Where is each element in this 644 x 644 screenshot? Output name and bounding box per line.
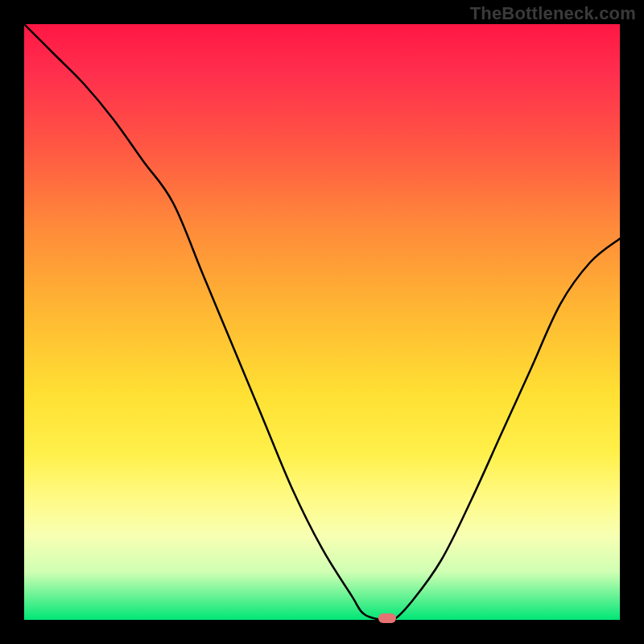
watermark-text: TheBottleneck.com: [470, 3, 636, 24]
bottleneck-curve-path: [24, 24, 620, 620]
optimal-marker-icon: [378, 613, 396, 623]
plot-area: [24, 24, 620, 620]
curve-svg: [24, 24, 620, 620]
chart-frame: TheBottleneck.com: [0, 0, 644, 644]
